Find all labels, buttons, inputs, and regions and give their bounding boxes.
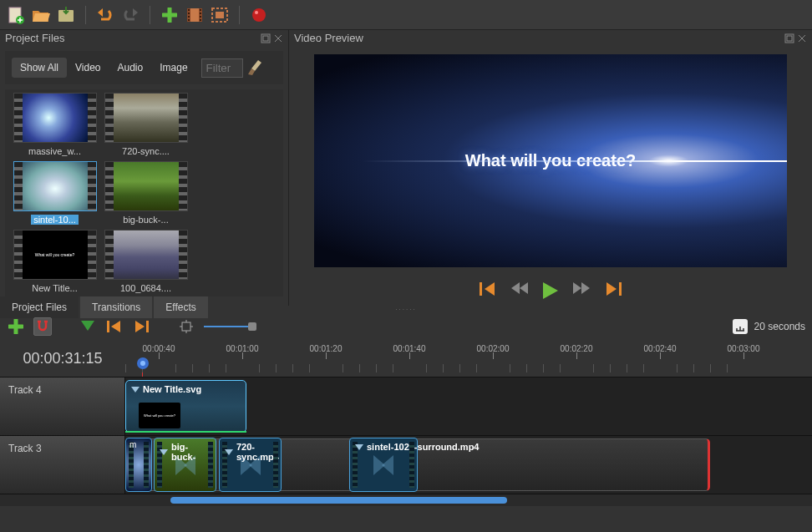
undock-icon[interactable] [261,33,271,43]
main-toolbar [0,0,812,30]
project-bottom-tabs: Project Files Transitions Effects [0,296,288,318]
marker-button[interactable] [79,317,97,336]
video-preview-title: Video Preview [294,32,363,44]
video-preview-frame[interactable]: What will you create? [314,54,787,267]
track-content[interactable]: m big-buck- 720-sync.mp4 sintel-1024-sur… [125,436,812,494]
files-grid: massive_w... 720-sync.... sintel-10... b… [5,89,283,296]
filter-tab-image[interactable]: Image [151,58,195,78]
file-item[interactable]: big-buck-... [103,161,189,225]
record-button[interactable] [250,6,268,24]
open-file-button[interactable] [32,6,50,24]
svg-rect-23 [107,321,109,332]
svg-rect-4 [190,8,199,22]
chevron-down-icon [131,387,140,393]
track-row: Track 4 New Title.svg What will you crea… [0,377,812,436]
svg-rect-24 [146,321,149,332]
track-header[interactable]: Track 3 [0,436,125,494]
add-media-button[interactable] [160,6,179,24]
undo-button[interactable] [96,6,114,24]
jump-start-button[interactable] [480,282,496,299]
filter-tab-audio[interactable]: Audio [109,58,152,78]
clip-big-buck[interactable]: big-buck- [154,438,216,492]
prev-marker-button[interactable] [105,317,124,336]
clip-mini[interactable]: m [125,438,152,492]
clip-sintel[interactable]: sintel-1024-surround.mp4 [349,438,418,492]
save-file-button[interactable] [57,6,75,24]
zoom-slider[interactable] [204,325,254,328]
file-item[interactable]: What will you create? New Title... [12,230,98,293]
svg-rect-7 [188,16,190,18]
svg-rect-22 [619,282,622,296]
filter-tab-all[interactable]: Show All [12,58,67,78]
file-item[interactable]: sintel-10... [12,161,98,225]
svg-rect-21 [480,282,482,296]
center-playhead-button[interactable] [177,317,195,336]
filter-tab-video[interactable]: Video [67,58,109,78]
svg-rect-11 [200,16,201,18]
film-button[interactable] [185,6,204,24]
filter-input[interactable] [201,58,243,78]
brush-icon[interactable] [248,60,263,75]
svg-rect-12 [200,19,201,21]
track-content[interactable]: New Title.svg What will you create? [125,377,812,435]
close-panel-icon[interactable] [273,33,283,43]
file-item[interactable]: 720-sync.... [103,93,189,156]
svg-rect-9 [200,9,201,11]
playback-controls [289,276,812,306]
close-panel-icon[interactable] [797,33,807,43]
jump-end-button[interactable] [605,282,622,299]
tab-project-files[interactable]: Project Files [0,296,79,318]
timeline-scrollbar[interactable] [0,494,812,506]
snap-button[interactable] [33,317,52,336]
timecode-display: 00:00:31:15 [0,341,125,377]
svg-rect-5 [188,9,190,11]
clip-title[interactable]: New Title.svg What will you create? [125,380,246,433]
svg-point-15 [252,8,266,22]
timeline-ruler[interactable]: 00:00:4000:01:0000:01:2000:01:4000:02:00… [125,341,812,377]
svg-point-16 [255,11,258,14]
filter-bar: Show All Video Audio Image [5,51,283,84]
svg-rect-6 [188,13,190,14]
add-track-button[interactable] [7,317,25,336]
file-item[interactable]: massive_w... [12,93,98,156]
track-row: Track 3 m big-buck- 720-sync.mp4 sintel-… [0,436,812,494]
next-marker-button[interactable] [132,317,150,336]
svg-rect-20 [787,36,792,41]
video-preview-panel: Video Preview What will you create? [289,30,812,306]
tab-transitions[interactable]: Transitions [80,296,152,318]
clip-720sync[interactable]: 720-sync.mp4 [219,438,282,492]
svg-rect-8 [188,19,190,21]
zoom-label: 20 seconds [754,321,805,332]
redo-button[interactable] [121,6,140,24]
svg-rect-25 [182,322,190,331]
tab-effects[interactable]: Effects [154,296,207,318]
rewind-button[interactable] [511,282,528,299]
project-files-title: Project Files [5,32,65,44]
new-file-button[interactable] [7,6,25,24]
timeline: 00:00:31:15 00:00:4000:01:0000:01:2000:0… [0,341,812,506]
frame-tool-button[interactable] [211,6,229,24]
svg-rect-18 [263,36,268,41]
project-files-panel: Project Files Show All Video Audio Image… [0,30,289,306]
file-item[interactable]: 100_0684.... [103,230,189,293]
track-header[interactable]: Track 4 [0,377,125,435]
zoom-scale-icon [733,319,748,334]
play-button[interactable] [543,282,558,299]
svg-rect-14 [216,12,224,18]
undock-icon[interactable] [784,33,794,43]
svg-rect-10 [200,13,201,14]
timeline-toolbar: 20 seconds [0,312,812,341]
fast-forward-button[interactable] [573,282,590,299]
